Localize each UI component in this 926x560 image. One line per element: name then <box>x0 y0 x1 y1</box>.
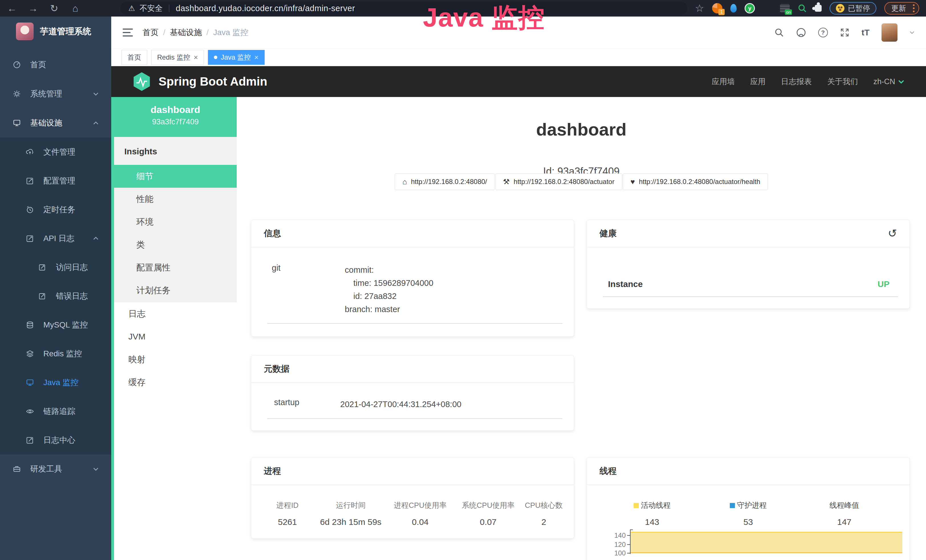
sidebar-item-dev-tools[interactable]: 研发工具 <box>0 454 111 484</box>
hamburger-icon[interactable] <box>123 29 133 36</box>
sidebar-item-label: 系统管理 <box>30 88 62 99</box>
sidebar-item-log-center[interactable]: 日志中心 <box>0 425 111 454</box>
history-icon[interactable]: ↺ <box>888 228 897 239</box>
database-icon <box>26 321 36 329</box>
sidebar-item-java-monitor[interactable]: Java 监控 <box>0 368 111 397</box>
bookmark-star-icon[interactable]: ☆ <box>695 3 704 14</box>
brand[interactable]: 芋道管理系统 <box>0 17 111 46</box>
github-icon[interactable] <box>796 27 806 38</box>
sidebar-item-redis-monitor[interactable]: Redis 监控 <box>0 339 111 368</box>
extension-list-icon[interactable]: on <box>780 4 790 12</box>
sba-item-config-props[interactable]: 配置属性 <box>114 256 237 279</box>
sba-item-jvm[interactable]: JVM <box>114 325 237 348</box>
locale-selector[interactable]: zh-CN <box>873 77 904 86</box>
header-actions: ? tT <box>774 23 915 42</box>
insights-group-label: Insights <box>114 137 237 165</box>
sba-app-id: 93a3fc7f7409 <box>114 118 237 126</box>
legend-daemon: 守护进程 53 <box>700 500 796 527</box>
chevron-down-icon[interactable] <box>909 31 915 34</box>
legend-swatch-yellow <box>634 503 639 508</box>
health-instance-row[interactable]: Instance UP <box>587 247 909 289</box>
service-url-button[interactable]: ⌂ http://192.168.0.2:48080/ <box>395 173 495 190</box>
sidebar-item-error-logs[interactable]: 错误日志 <box>0 282 111 310</box>
fullscreen-icon[interactable] <box>840 28 850 37</box>
reload-icon[interactable]: ↻ <box>49 3 59 13</box>
sidebar-item-tracing[interactable]: 链路追踪 <box>0 397 111 425</box>
infrastructure-submenu: 文件管理 配置管理 定时任务 <box>0 138 111 454</box>
health-url-button[interactable]: ♥ http://192.168.0.2:48080/actuator/heal… <box>623 173 768 190</box>
process-table: 进程ID 运行时间 进程CPU使用率 系统CPU使用率 CPU核心数 5261 … <box>251 500 574 527</box>
sba-item-logs[interactable]: 日志 <box>114 303 237 325</box>
health-card: 健康 ↺ Instance UP <box>587 219 910 309</box>
back-icon[interactable]: ← <box>7 3 17 13</box>
chevron-down-icon <box>93 467 99 471</box>
update-label: 更新 <box>891 3 906 14</box>
tab-java-monitor[interactable]: Java 监控 × <box>208 50 265 65</box>
sidebar-item-api-logs[interactable]: API 日志 <box>0 224 111 253</box>
sba-item-scheduled-tasks[interactable]: 计划任务 <box>114 279 237 302</box>
help-icon[interactable]: ? <box>818 28 828 37</box>
legend-peak: 线程峰值 147 <box>796 500 892 527</box>
tabs-bar: 首页 Redis 监控 × Java 监控 × <box>111 48 926 66</box>
extensions-puzzle-icon[interactable] <box>815 5 822 12</box>
url-text[interactable]: dashboard.yudao.iocoder.cn/infra/admin-s… <box>176 4 355 13</box>
avatar[interactable] <box>882 23 897 42</box>
sba-nav-journal[interactable]: 日志报表 <box>781 76 812 87</box>
sidebar-item-config-management[interactable]: 配置管理 <box>0 166 111 195</box>
sba-nav-applications[interactable]: 应用 <box>750 76 766 87</box>
sba-item-classes[interactable]: 类 <box>114 233 237 256</box>
browser-menu-icon[interactable] <box>913 4 915 12</box>
sba-nav: 应用墙 应用 日志报表 关于我们 zh-CN <box>711 76 904 87</box>
tab-home[interactable]: 首页 <box>121 50 147 65</box>
close-icon[interactable]: × <box>194 54 198 61</box>
tab-label: 首页 <box>127 53 141 62</box>
sba-item-details[interactable]: 细节 <box>114 165 237 188</box>
sba-item-environment[interactable]: 环境 <box>114 210 237 233</box>
extension-magnifier-icon[interactable] <box>798 4 807 13</box>
breadcrumb-infrastructure[interactable]: 基础设施 <box>170 27 202 38</box>
sba-nav-about[interactable]: 关于我们 <box>827 76 858 87</box>
legend-value: 147 <box>796 517 892 527</box>
close-icon[interactable]: × <box>254 54 259 61</box>
eye-icon <box>26 407 36 416</box>
cpu-cores-value: 2 <box>521 517 567 527</box>
sba-item-caches[interactable]: 缓存 <box>114 371 237 394</box>
search-icon[interactable] <box>774 28 784 37</box>
sidebar-item-home[interactable]: 首页 <box>0 50 111 79</box>
update-button[interactable]: 更新 <box>884 2 919 15</box>
sba-title[interactable]: Spring Boot Admin <box>159 75 267 88</box>
sidebar-item-scheduled-jobs[interactable]: 定时任务 <box>0 195 111 224</box>
sba-item-mappings[interactable]: 映射 <box>114 348 237 371</box>
home-icon[interactable]: ⌂ <box>70 3 80 13</box>
legend-label: 线程峰值 <box>830 500 859 510</box>
sidebar-item-label: Java 监控 <box>43 377 79 388</box>
security-label[interactable]: 不安全 <box>139 3 163 14</box>
forward-icon[interactable]: → <box>28 3 38 13</box>
git-time-line: time: 1596289704000 <box>345 277 561 289</box>
process-card-title: 进程 <box>251 458 574 485</box>
address-bar[interactable]: ⚠ 不安全 dashboard.yudao.iocoder.cn/infra/a… <box>120 2 687 15</box>
paused-profile-chip[interactable]: 已暂停 <box>830 2 876 15</box>
font-size-icon[interactable]: tT <box>861 28 870 37</box>
sidebar-item-file-management[interactable]: 文件管理 <box>0 138 111 166</box>
breadcrumb-current: Java 监控 <box>213 27 248 38</box>
breadcrumb-home[interactable]: 首页 <box>142 27 159 38</box>
card-title-text: 信息 <box>264 228 281 239</box>
actuator-url-button[interactable]: ⚒ http://192.168.0.2:48080/actuator <box>495 173 622 190</box>
sidebar-item-infrastructure[interactable]: 基础设施 <box>0 108 111 138</box>
toolbox-icon <box>12 465 23 473</box>
column-header: 进程CPU使用率 <box>385 500 456 510</box>
sidebar-item-access-logs[interactable]: 访问日志 <box>0 253 111 282</box>
tab-redis-monitor[interactable]: Redis 监控 × <box>151 50 204 65</box>
sba-item-metrics[interactable]: 性能 <box>114 188 237 210</box>
extension-y-icon[interactable]: y <box>744 3 755 14</box>
extension-pin-icon[interactable] <box>730 4 737 12</box>
spring-boot-admin-logo[interactable] <box>133 72 151 92</box>
sidebar-item-mysql-monitor[interactable]: MySQL 监控 <box>0 310 111 339</box>
sidebar-item-system[interactable]: 系统管理 <box>0 79 111 108</box>
breadcrumb-separator: / <box>206 28 209 37</box>
dashboard-icon <box>12 61 23 69</box>
extension-orange-icon[interactable]: 1 <box>712 3 722 14</box>
extension-grid-icon[interactable] <box>763 4 772 13</box>
sba-nav-wallboard[interactable]: 应用墙 <box>711 76 735 87</box>
